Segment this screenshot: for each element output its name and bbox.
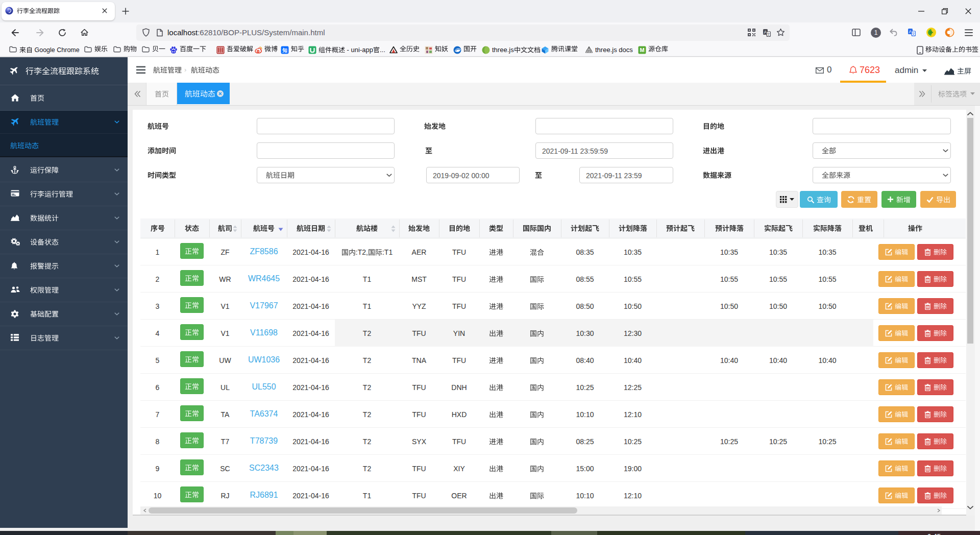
svg-text:文: 文	[767, 32, 770, 36]
svg-text:文: 文	[912, 32, 915, 36]
svg-text:知: 知	[282, 47, 287, 53]
svg-text:M: M	[640, 47, 644, 53]
